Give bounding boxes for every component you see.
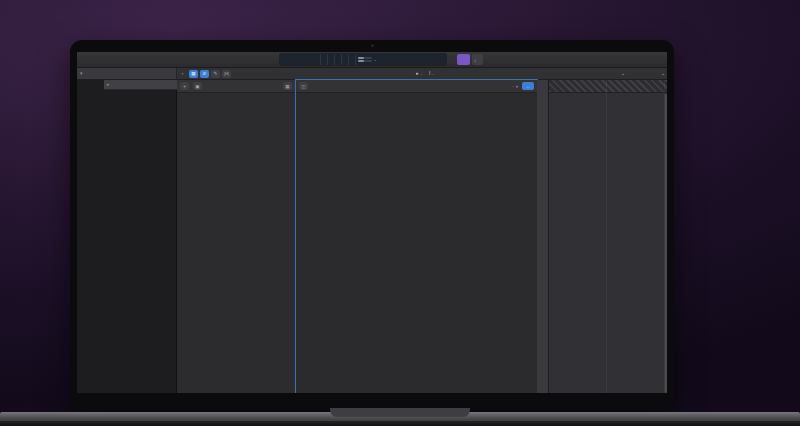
macbook-base-edge (0, 421, 800, 426)
cell-inspector-header[interactable]: ▾ (77, 68, 177, 79)
count-in-button[interactable] (457, 54, 470, 65)
logic-pro-window: ⌄ ♩ ▾ ‹ ▦ ≋ ✎ [H] ▸ (77, 52, 667, 393)
bar-ruler[interactable] (549, 80, 667, 93)
disclosure-triangle-icon: ▾ (80, 71, 82, 76)
tracks-area (549, 80, 667, 393)
performance-icon[interactable]: ◐ (516, 84, 519, 89)
scene-trigger-row (296, 93, 537, 106)
inspector-panel: ▸ (77, 80, 177, 393)
grid-divider-column (537, 80, 549, 393)
macbook-bezel: ⌄ ♩ ▾ ‹ ▦ ≋ ✎ [H] ▸ (70, 40, 674, 410)
track-sort-icon[interactable]: ▦ (283, 82, 292, 90)
secondary-menu-bar: ▾ ‹ ▦ ≋ ✎ [H] ▸ ⌄ I ⌄ ⌄ ⌄ (77, 68, 667, 80)
tracks-view-button[interactable]: ≋ (200, 70, 209, 78)
drag-menu[interactable]: ⌄ (661, 71, 665, 76)
lcd-dropdown-caret[interactable]: ⌄ (374, 57, 378, 62)
pencil-tool-icon[interactable]: ✎ (211, 70, 220, 78)
snap-menu[interactable]: ⌄ (621, 71, 625, 76)
group-tracks-icon[interactable]: ▣ (193, 82, 202, 90)
secondary-tool-menu[interactable]: I ⌄ (429, 71, 435, 76)
live-loops-grid: ◫ ⌄ ◐ ↔ (296, 80, 537, 393)
back-icon[interactable]: ‹ (178, 70, 187, 78)
track-tools-bar: + ▣ ▦ (177, 80, 295, 93)
track-header-panel: + ▣ ▦ (177, 80, 296, 393)
live-loops-grid-button[interactable]: ▦ (189, 70, 198, 78)
pointer-tool-menu[interactable]: ▸ ⌄ (416, 71, 423, 76)
lcd-display[interactable]: ⌄ (279, 53, 447, 66)
grid-options-icon[interactable]: ◫ (299, 82, 308, 90)
lid-notch (330, 408, 470, 417)
cpu-meters (356, 54, 374, 65)
link-mode-icon[interactable]: [H] (222, 70, 231, 78)
add-track-button[interactable]: + (180, 82, 189, 90)
disclosure-triangle-icon: ▸ (107, 82, 109, 87)
quantize-caret-icon[interactable]: ⌄ (511, 84, 514, 88)
control-bar: ⌄ ♩ (77, 52, 667, 68)
desktop-background: ⌄ ♩ ▾ ‹ ▦ ≋ ✎ [H] ▸ (0, 0, 800, 426)
expand-grid-button[interactable]: ↔ (522, 82, 534, 90)
track-inspector-header[interactable]: ▸ (104, 80, 177, 90)
camera-dot (371, 44, 374, 47)
metronome-button[interactable]: ♩ (472, 54, 483, 65)
grid-header: ◫ ⌄ ◐ ↔ (296, 80, 537, 93)
macbook-chin (70, 393, 674, 408)
cell-inspector: ▸ (104, 80, 177, 90)
vertical-scrollbar[interactable] (665, 94, 668, 393)
